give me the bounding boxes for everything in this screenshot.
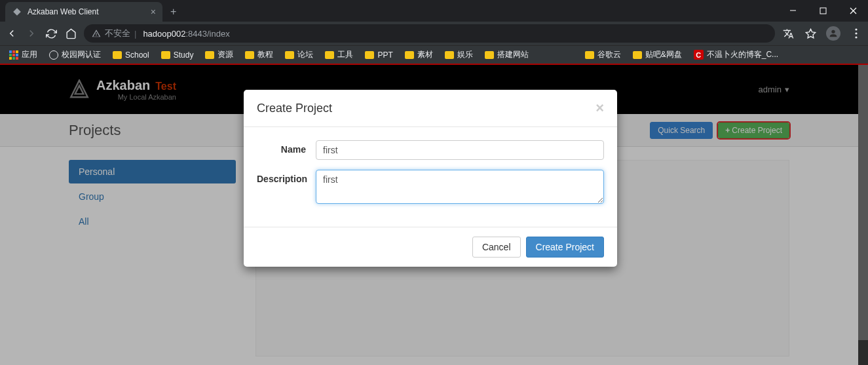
bookmark-label: 谷歌云 [597, 49, 621, 60]
insecure-label: 不安全 [105, 28, 130, 39]
bookmark-item[interactable]: 素材 [405, 49, 433, 60]
tab-close-icon[interactable]: × [151, 7, 156, 17]
description-input[interactable] [316, 170, 604, 204]
scrollbar-thumb[interactable] [858, 65, 868, 340]
window-minimize-button[interactable] [778, 0, 808, 22]
bookmark-label: 教程 [257, 49, 273, 60]
new-tab-button[interactable]: + [170, 6, 176, 18]
insecure-warning-icon: 不安全 | [92, 28, 136, 39]
bookmark-label: 娱乐 [457, 49, 473, 60]
modal-header: Create Project × [244, 90, 617, 127]
browser-menu-icon[interactable] [850, 27, 863, 40]
url-host: hadoop002 [143, 29, 185, 39]
svg-point-8 [855, 36, 857, 38]
tab-favicon [12, 7, 22, 17]
site-icon: C [694, 50, 704, 60]
cancel-button[interactable]: Cancel [472, 237, 521, 258]
bookmark-item[interactable]: PPT [365, 50, 392, 60]
tab-title: Azkaban Web Client [28, 7, 151, 16]
bookmark-item[interactable]: 娱乐 [445, 49, 473, 60]
svg-rect-1 [820, 8, 826, 14]
bookmark-label: 工具 [337, 49, 353, 60]
name-input[interactable] [316, 140, 604, 160]
bookmark-label: 资源 [217, 49, 233, 60]
window-close-button[interactable] [838, 0, 868, 22]
reload-button[interactable] [45, 27, 58, 40]
window-controls [778, 0, 868, 22]
bookmark-item[interactable]: Study [161, 50, 194, 60]
forward-button[interactable] [25, 27, 38, 40]
browser-tab[interactable]: Azkaban Web Client × [5, 2, 162, 22]
address-bar: 不安全 | hadoop002:8443/index [0, 22, 868, 45]
description-label: Description [257, 170, 316, 184]
bookmark-label: 素材 [417, 49, 433, 60]
url-input[interactable]: 不安全 | hadoop002:8443/index [84, 24, 775, 43]
svg-point-7 [855, 32, 857, 34]
name-label: Name [257, 140, 316, 155]
bookmark-star-icon[interactable] [804, 27, 817, 40]
bookmark-item[interactable]: 资源 [205, 49, 233, 60]
folder-icon [585, 51, 594, 59]
folder-icon [485, 51, 494, 59]
folder-icon [285, 51, 294, 59]
svg-point-6 [855, 28, 857, 30]
bookmark-label: 贴吧&网盘 [645, 49, 682, 60]
folder-icon [633, 51, 642, 59]
modal-footer: Cancel Create Project [244, 227, 617, 267]
create-project-modal: Create Project × Name Description Cancel… [244, 90, 617, 267]
folder-icon [245, 51, 254, 59]
folder-icon [365, 51, 374, 59]
bookmark-label: 不温卜火的博客_C... [707, 49, 778, 60]
translate-icon[interactable] [782, 27, 795, 40]
bookmark-label: 论坛 [297, 49, 313, 60]
folder-icon [161, 51, 170, 59]
modal-body: Name Description [244, 127, 617, 227]
modal-title: Create Project [257, 102, 332, 115]
browser-tab-strip: Azkaban Web Client × + [0, 0, 868, 22]
folder-icon [405, 51, 414, 59]
bookmark-label: Study [174, 50, 194, 60]
folder-icon [205, 51, 214, 59]
bookmark-label: 校园网认证 [62, 49, 101, 60]
bookmark-label: PPT [377, 50, 392, 60]
svg-marker-4 [806, 29, 815, 37]
bookmark-label: 应用 [22, 49, 37, 60]
bookmark-item[interactable]: 工具 [325, 49, 353, 60]
folder-icon [325, 51, 334, 59]
globe-icon [49, 50, 58, 60]
back-button[interactable] [5, 27, 18, 40]
apps-icon [9, 50, 18, 60]
bookmarks-bar: 应用校园网认证SchoolStudy资源教程论坛工具PPT素材娱乐搭建网站谷歌云… [0, 45, 868, 65]
page-scrollbar[interactable] [858, 65, 868, 365]
url-path: :8443/index [185, 29, 229, 39]
bookmark-item[interactable]: 搭建网站 [485, 49, 529, 60]
svg-point-5 [831, 30, 835, 33]
bookmark-item[interactable]: C不温卜火的博客_C... [694, 49, 778, 60]
bookmark-item[interactable]: 应用 [9, 49, 37, 60]
home-button[interactable] [64, 27, 77, 40]
bookmark-label: 搭建网站 [497, 49, 529, 60]
folder-icon [445, 51, 454, 59]
bookmark-item[interactable]: 教程 [245, 49, 273, 60]
bookmark-item[interactable]: 校园网认证 [49, 49, 101, 60]
window-maximize-button[interactable] [808, 0, 838, 22]
bookmark-item[interactable]: 论坛 [285, 49, 313, 60]
profile-avatar-icon[interactable] [826, 26, 840, 41]
folder-icon [113, 51, 122, 59]
submit-create-project-button[interactable]: Create Project [526, 237, 604, 258]
bookmark-item[interactable]: School [113, 50, 149, 60]
bookmark-label: School [125, 50, 149, 60]
modal-close-icon[interactable]: × [595, 100, 604, 117]
bookmark-item[interactable]: 贴吧&网盘 [633, 49, 682, 60]
bookmark-item[interactable]: 谷歌云 [585, 49, 621, 60]
